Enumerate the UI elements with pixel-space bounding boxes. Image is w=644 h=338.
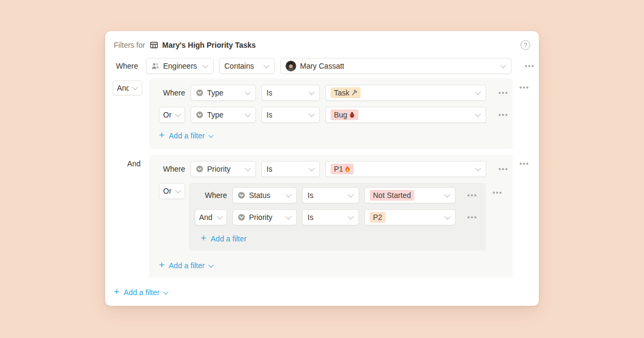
group1-more-button[interactable]: •••: [519, 84, 530, 91]
chevron-down-icon: [348, 214, 354, 219]
operator-label: Is: [267, 165, 273, 173]
chevron-down-icon: [309, 111, 314, 117]
chevron-down-icon: [132, 84, 138, 90]
tag-label: P2: [373, 212, 382, 223]
help-icon[interactable]: ?: [521, 40, 530, 50]
table-icon: [150, 41, 158, 49]
operator-select[interactable]: Contains: [219, 58, 275, 74]
connector-select[interactable]: Or: [159, 183, 185, 199]
chevron-down-icon: [175, 187, 181, 193]
add-filter-button[interactable]: + Add a filter: [159, 130, 513, 141]
chevron-down-icon: [175, 111, 181, 117]
chevron-down-icon: [209, 133, 214, 138]
add-filter-label: Add a filter: [211, 234, 247, 243]
value-label: Mary Cassatt: [300, 62, 344, 70]
operator-select[interactable]: Is: [261, 161, 320, 177]
filter-row: Where Status Is Not Started: [195, 187, 486, 203]
row-more-button[interactable]: •••: [467, 192, 481, 199]
chevron-down-icon: [475, 111, 481, 117]
connector-label: Or: [163, 187, 172, 195]
group2-more-button[interactable]: •••: [519, 160, 530, 167]
group1-connector-select[interactable]: And: [113, 80, 142, 95]
value-select[interactable]: Task: [325, 85, 486, 101]
chevron-down-icon: [475, 165, 481, 171]
connector-label: And: [117, 84, 129, 92]
tag-label: Not Started: [373, 190, 411, 201]
chevron-down-icon: [244, 89, 250, 95]
chevron-down-icon: [217, 214, 223, 219]
property-select-status[interactable]: Status: [232, 187, 297, 203]
operator-select[interactable]: Is: [261, 85, 320, 101]
tag-label: Bug: [334, 109, 347, 120]
operator-label: Contains: [224, 62, 254, 70]
property-select-priority[interactable]: Priority: [191, 161, 256, 177]
chevron-down-icon: [244, 165, 250, 171]
header-prefix: Filters for: [114, 41, 145, 49]
chevron-down-icon: [444, 192, 450, 197]
tag-task: Task: [331, 87, 361, 98]
select-circle-icon: [196, 89, 203, 97]
property-select-priority[interactable]: Priority: [232, 209, 297, 225]
connector-label: And: [199, 213, 213, 222]
property-label: Priority: [207, 165, 231, 173]
connector-label: Where: [116, 62, 141, 70]
property-select-type[interactable]: Type: [191, 107, 256, 123]
value-select[interactable]: Not Started: [364, 187, 456, 203]
property-label: Type: [207, 89, 223, 97]
connector-label: Where: [205, 191, 227, 200]
add-filter-button[interactable]: + Add a filter: [114, 287, 169, 298]
chevron-down-icon: [475, 89, 481, 95]
filter-group-2: Where Priority Is P1: [149, 155, 513, 278]
property-label: Priority: [249, 213, 273, 222]
fire-icon: [345, 166, 350, 172]
connector-select[interactable]: And: [195, 209, 227, 225]
plus-icon: +: [159, 130, 165, 140]
chevron-down-icon: [286, 192, 291, 197]
select-circle-icon: [196, 111, 203, 119]
value-select[interactable]: P1: [325, 161, 486, 177]
nested-group-more-button[interactable]: •••: [493, 189, 503, 196]
chevron-down-icon: [244, 111, 250, 117]
filter-row: Where Type Is Task: [159, 85, 513, 101]
plus-icon: +: [114, 287, 120, 297]
value-select[interactable]: P2: [364, 209, 456, 225]
chevron-down-icon: [202, 62, 208, 68]
operator-label: Is: [267, 111, 273, 119]
value-select-person[interactable]: Mary Cassatt: [280, 58, 511, 74]
operator-select[interactable]: Is: [261, 107, 320, 123]
connector-select[interactable]: Or: [159, 107, 185, 123]
property-select-engineers[interactable]: Engineers: [146, 58, 214, 74]
chevron-down-icon: [309, 165, 314, 171]
add-filter-label: Add a filter: [124, 288, 160, 297]
chevron-down-icon: [209, 262, 214, 268]
add-filter-button[interactable]: + Add a filter: [159, 260, 513, 271]
add-filter-button[interactable]: + Add a filter: [201, 233, 486, 244]
connector-label: Where: [163, 89, 185, 97]
operator-label: Is: [308, 213, 313, 222]
select-circle-icon: [238, 214, 245, 221]
group2-connector-label: And: [116, 159, 141, 168]
property-label: Status: [249, 191, 270, 200]
filter-row: Where Priority Is P1: [159, 161, 513, 177]
chevron-down-icon: [286, 214, 291, 219]
row-more-button[interactable]: •••: [525, 62, 535, 70]
row-more-button[interactable]: •••: [499, 165, 513, 173]
property-select-type[interactable]: Type: [191, 85, 256, 101]
add-filter-label: Add a filter: [169, 261, 205, 270]
connector-label: Where: [163, 165, 185, 173]
avatar: [286, 61, 296, 71]
nested-group-row: Or Where Status Is: [159, 183, 513, 251]
property-label: Engineers: [163, 62, 197, 70]
row-more-button[interactable]: •••: [499, 111, 513, 119]
hammer-icon: [351, 90, 357, 96]
ladybug-icon: [349, 112, 355, 118]
value-select[interactable]: Bug: [325, 107, 486, 123]
operator-select[interactable]: Is: [302, 187, 359, 203]
property-label: Type: [207, 111, 223, 119]
row-more-button[interactable]: •••: [467, 214, 481, 221]
filter-group-1: Where Type Is Task: [149, 78, 513, 149]
tag-p2: P2: [370, 212, 385, 223]
operator-select[interactable]: Is: [302, 209, 359, 225]
row-more-button[interactable]: •••: [499, 89, 513, 97]
tag-bug: Bug: [331, 109, 358, 120]
